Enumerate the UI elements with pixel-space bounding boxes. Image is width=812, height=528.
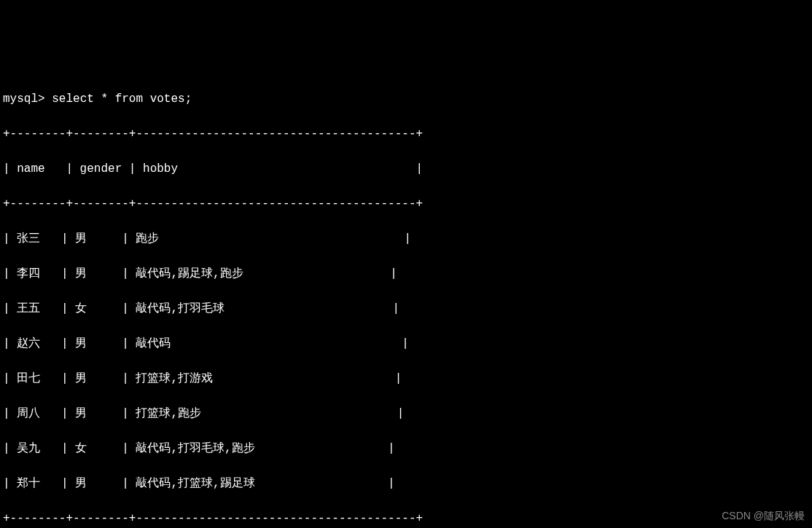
table-row: | 王五 | 女 | 敲代码,打羽毛球 | [3, 300, 809, 318]
query-line-1: mysql> select * from votes; [3, 90, 809, 108]
table-row: | 周八 | 男 | 打篮球,跑步 | [3, 405, 809, 422]
table-row: | 田七 | 男 | 打篮球,打游戏 | [3, 370, 809, 387]
table-header-row: | name | gender | hobby | [3, 160, 809, 178]
mysql-prompt: mysql> [3, 92, 45, 106]
watermark-text: CSDN @随风张幔 [722, 508, 805, 524]
table-separator: +--------+--------+---------------------… [3, 195, 809, 213]
table-row: | 郑十 | 男 | 敲代码,打篮球,踢足球 | [3, 475, 809, 492]
terminal-output: mysql> select * from votes; +--------+--… [3, 73, 809, 528]
table-row: | 李四 | 男 | 敲代码,踢足球,跑步 | [3, 265, 809, 283]
table-separator: +--------+--------+---------------------… [3, 510, 809, 527]
table-row: | 吴九 | 女 | 敲代码,打羽毛球,跑步 | [3, 440, 809, 457]
table-row: | 张三 | 男 | 跑步 | [3, 230, 809, 248]
table-row: | 赵六 | 男 | 敲代码 | [3, 335, 809, 352]
table-separator: +--------+--------+---------------------… [3, 125, 809, 143]
sql-query-1: select * from votes; [52, 92, 192, 106]
